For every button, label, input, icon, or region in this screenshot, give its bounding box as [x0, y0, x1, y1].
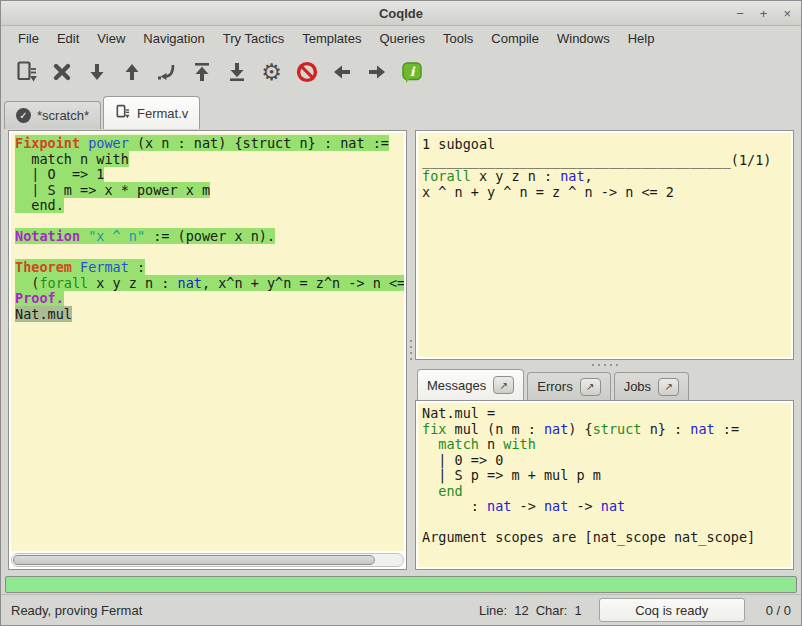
- toolbar: ⚙ i: [1, 51, 801, 93]
- menu-templates[interactable]: Templates: [293, 28, 370, 49]
- menu-navigation[interactable]: Navigation: [134, 28, 213, 49]
- editor-code: Fixpoint power (x n : nat) {struct n} : …: [11, 133, 404, 322]
- scrollbar-thumb[interactable]: [13, 555, 375, 565]
- line-value: 12: [514, 603, 528, 618]
- horizontal-splitter[interactable]: [415, 360, 794, 369]
- go-to-end-button[interactable]: [219, 55, 254, 89]
- script-editor[interactable]: Fixpoint power (x n : nat) {struct n} : …: [11, 133, 404, 551]
- coq-status-text: Coq is ready: [635, 603, 708, 618]
- close-buffer-button[interactable]: [44, 55, 79, 89]
- up-arrow-icon: [120, 60, 144, 84]
- forward-one-button[interactable]: [79, 55, 114, 89]
- code-line: match n with: [15, 152, 404, 168]
- line-label: Line:: [479, 603, 507, 618]
- menu-compile[interactable]: Compile: [482, 28, 548, 49]
- messages-code: Nat.mul =fix mul (n m : nat) {struct n} …: [418, 403, 791, 546]
- code-line: | S m => x * power x m: [15, 183, 404, 199]
- code-line: | O => 1: [15, 167, 404, 183]
- save-icon: [15, 60, 39, 84]
- goals-code: 1 subgoal_______________________________…: [418, 133, 791, 200]
- detach-jobs-button[interactable]: ↗: [658, 378, 679, 396]
- maximize-button[interactable]: +: [760, 7, 768, 20]
- down-arrow-icon: [85, 60, 109, 84]
- char-value: 1: [574, 603, 581, 618]
- messages-frame: Nat.mul =fix mul (n m : nat) {struct n} …: [415, 400, 794, 570]
- menu-bar: FileEditViewNavigationTry TacticsTemplat…: [1, 26, 801, 51]
- code-line: [15, 214, 404, 230]
- detach-errors-button[interactable]: ↗: [580, 378, 601, 396]
- code-line: : nat -> nat -> nat: [422, 499, 791, 515]
- messages-pane[interactable]: Nat.mul =fix mul (n m : nat) {struct n} …: [418, 403, 791, 567]
- close-button[interactable]: ×: [783, 7, 791, 20]
- menu-windows[interactable]: Windows: [548, 28, 619, 49]
- gear-icon: ⚙: [261, 61, 282, 84]
- back-button[interactable]: [324, 55, 359, 89]
- menu-file[interactable]: File: [9, 28, 48, 49]
- goals-frame: 1 subgoal_______________________________…: [415, 130, 794, 360]
- goals-pane[interactable]: 1 subgoal_______________________________…: [418, 133, 791, 357]
- editor-horizontal-scrollbar[interactable]: [11, 553, 404, 567]
- tab-scratch[interactable]: ✓ *scratch*: [4, 101, 101, 129]
- progress-bar: [5, 576, 797, 593]
- interrupt-button[interactable]: [289, 55, 324, 89]
- tab-errors[interactable]: Errors ↗: [527, 372, 610, 400]
- vertical-splitter[interactable]: [407, 130, 415, 570]
- status-right: Line: 12 Char: 1 Coq is ready 0 / 0: [479, 598, 791, 622]
- go-to-start-icon: [190, 60, 214, 84]
- menu-edit[interactable]: Edit: [48, 28, 88, 49]
- close-icon: [50, 60, 74, 84]
- restart-button[interactable]: [184, 55, 219, 89]
- menu-help[interactable]: Help: [619, 28, 664, 49]
- save-button[interactable]: [9, 55, 44, 89]
- code-line: [422, 515, 791, 531]
- document-icon: [115, 104, 131, 123]
- code-line: Nat.mul =: [422, 406, 791, 422]
- detach-icon: ↗: [586, 381, 594, 392]
- menu-try-tactics[interactable]: Try Tactics: [214, 28, 293, 49]
- code-line: Fixpoint power (x n : nat) {struct n} : …: [15, 136, 404, 152]
- code-line: (forall x y z n : nat, x^n + y^n = z^n -…: [15, 276, 404, 292]
- main-content: Fixpoint power (x n : nat) {struct n} : …: [8, 130, 794, 570]
- window-title: CoqIde: [379, 6, 423, 21]
- code-line: end: [422, 484, 791, 500]
- forward-button[interactable]: [359, 55, 394, 89]
- coq-status-indicator: Coq is ready: [599, 598, 745, 622]
- code-line: Nat.mul: [15, 307, 404, 323]
- code-line: Notation "x ^ n" := (power x n).: [15, 229, 404, 245]
- window-controls: − + ×: [736, 1, 791, 25]
- tab-jobs-label: Jobs: [624, 379, 651, 394]
- about-button[interactable]: i: [394, 55, 429, 89]
- menu-tools[interactable]: Tools: [434, 28, 482, 49]
- tab-scratch-label: *scratch*: [37, 108, 89, 123]
- go-to-end-icon: [225, 60, 249, 84]
- tab-fermat[interactable]: Fermat.v: [103, 96, 200, 129]
- message-tabstrip: Messages ↗ Errors ↗ Jobs ↗: [415, 369, 794, 400]
- code-line: | 0 => 0: [422, 453, 791, 469]
- code-line: [15, 245, 404, 261]
- tab-jobs[interactable]: Jobs ↗: [614, 372, 689, 400]
- go-to-cursor-button[interactable]: [149, 55, 184, 89]
- code-line: Proof.: [15, 291, 404, 307]
- status-bar: Ready, proving Fermat Line: 12 Char: 1 C…: [1, 594, 801, 625]
- code-line: 1 subgoal: [422, 136, 791, 152]
- code-line: ______________________________________(1…: [422, 152, 791, 168]
- menu-view[interactable]: View: [88, 28, 134, 49]
- right-arrow-icon: [365, 60, 389, 84]
- right-column: 1 subgoal_______________________________…: [415, 130, 794, 570]
- preferences-button[interactable]: ⚙: [254, 55, 289, 89]
- code-line: end.: [15, 198, 404, 214]
- tab-fermat-label: Fermat.v: [137, 106, 188, 121]
- menu-queries[interactable]: Queries: [370, 28, 434, 49]
- detach-icon: ↗: [500, 380, 508, 391]
- code-line: x ^ n + y ^ n = z ^ n -> n <= 2: [422, 184, 791, 200]
- check-circle-icon: ✓: [16, 108, 31, 123]
- detach-messages-button[interactable]: ↗: [493, 376, 514, 394]
- backward-one-button[interactable]: [114, 55, 149, 89]
- interrupt-icon: [295, 60, 319, 84]
- code-line: Theorem Fermat :: [15, 260, 404, 276]
- code-line: forall x y z n : nat,: [422, 168, 791, 184]
- coqide-window: { "window": { "title": "CoqIde", "contro…: [0, 0, 802, 626]
- tab-messages[interactable]: Messages ↗: [417, 369, 524, 400]
- code-line: | S p => m + mul p m: [422, 468, 791, 484]
- minimize-button[interactable]: −: [736, 7, 744, 20]
